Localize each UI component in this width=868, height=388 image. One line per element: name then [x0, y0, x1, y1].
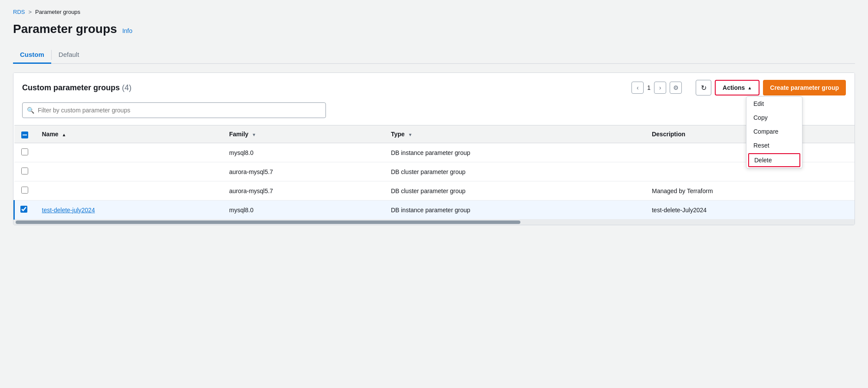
table-row: test-delete-july2024 mysql8.0 DB instanc…	[14, 201, 855, 220]
content-panel: Custom parameter groups (4) ‹ 1 › ⚙ ↻	[13, 72, 855, 225]
page-container: RDS > Parameter groups Parameter groups …	[0, 0, 868, 234]
row2-type: DB cluster parameter group	[384, 162, 645, 181]
th-family: Family ▼	[222, 125, 384, 143]
row4-description: test-delete-July2024	[645, 201, 855, 220]
panel-title-count: (4)	[122, 83, 132, 92]
breadcrumb-current: Parameter groups	[35, 9, 80, 15]
refresh-button[interactable]: ↻	[696, 80, 711, 95]
table-row: aurora-mysql5.7 DB cluster parameter gro…	[14, 181, 855, 201]
row2-checkbox[interactable]	[21, 168, 28, 174]
table-settings-button[interactable]: ⚙	[670, 82, 682, 94]
row1-name	[35, 143, 223, 162]
search-input[interactable]	[38, 107, 321, 114]
page-number: 1	[647, 84, 651, 91]
actions-arrow-icon: ▲	[747, 85, 752, 90]
name-sort-icon: ▲	[62, 132, 66, 137]
row3-family: aurora-mysql5.7	[222, 181, 384, 201]
dropdown-item-reset[interactable]: Reset	[746, 138, 802, 152]
row3-name	[35, 181, 223, 201]
row3-type: DB cluster parameter group	[384, 181, 645, 201]
panel-title: Custom parameter groups (4)	[22, 83, 132, 92]
row4-checkbox-cell	[14, 201, 35, 220]
search-bar: 🔍	[13, 102, 855, 125]
dropdown-item-delete[interactable]: Delete	[748, 153, 800, 167]
panel-header: Custom parameter groups (4) ‹ 1 › ⚙ ↻	[13, 73, 855, 102]
table-row: aurora-mysql5.7 DB cluster parameter gro…	[14, 162, 855, 181]
page-title: Parameter groups	[13, 22, 117, 36]
row4-name-link[interactable]: test-delete-july2024	[42, 207, 95, 214]
table-row: mysql8.0 DB instance parameter group	[14, 143, 855, 162]
row2-name	[35, 162, 223, 181]
panel-title-text: Custom parameter groups	[22, 83, 120, 92]
dropdown-item-copy[interactable]: Copy	[746, 111, 802, 125]
scrollbar-thumb	[16, 220, 520, 224]
row1-checkbox-cell	[14, 143, 35, 162]
prev-page-button[interactable]: ‹	[631, 82, 644, 94]
select-all-checkbox[interactable]	[21, 132, 28, 138]
row4-name: test-delete-july2024	[35, 201, 223, 220]
row3-description: Managed by Terraform	[645, 181, 855, 201]
dropdown-item-compare[interactable]: Compare	[746, 125, 802, 138]
actions-dropdown-menu: Edit Copy Compare Reset Delete	[746, 96, 802, 168]
row3-checkbox[interactable]	[21, 187, 28, 194]
row1-checkbox[interactable]	[21, 148, 28, 155]
row2-family: aurora-mysql5.7	[222, 162, 384, 181]
search-input-wrapper: 🔍	[22, 102, 326, 118]
th-name: Name ▲	[35, 125, 223, 143]
row1-type: DB instance parameter group	[384, 143, 645, 162]
next-page-button[interactable]: ›	[654, 82, 666, 94]
row3-checkbox-cell	[14, 181, 35, 201]
header-actions: ↻ Actions ▲ Edit Copy Compare Reset Dele…	[696, 80, 846, 95]
table-header-row: Name ▲ Family ▼ Type ▼ Description	[14, 125, 855, 143]
type-sort-icon: ▼	[408, 132, 412, 137]
actions-label: Actions	[723, 84, 745, 91]
panel-header-right: ‹ 1 › ⚙ ↻ Actions ▲ Edit	[623, 80, 846, 95]
info-link[interactable]: Info	[122, 27, 132, 34]
row4-checkbox[interactable]	[20, 206, 27, 213]
row1-family: mysql8.0	[222, 143, 384, 162]
pagination-area: ‹ 1 › ⚙	[623, 82, 690, 94]
breadcrumb-separator: >	[28, 9, 32, 15]
indeterminate-line	[23, 135, 27, 135]
search-icon: 🔍	[27, 107, 34, 114]
panel-title-area: Custom parameter groups (4)	[22, 83, 132, 92]
page-header: Parameter groups Info	[13, 22, 855, 36]
table-container: Name ▲ Family ▼ Type ▼ Description	[13, 125, 855, 220]
row2-checkbox-cell	[14, 162, 35, 181]
row4-type: DB instance parameter group	[384, 201, 645, 220]
breadcrumb: RDS > Parameter groups	[13, 9, 855, 15]
family-sort-icon: ▼	[252, 132, 256, 137]
tabs-container: Custom Default	[13, 46, 855, 64]
tab-custom[interactable]: Custom	[13, 46, 51, 64]
th-checkbox	[14, 125, 35, 143]
tab-default[interactable]: Default	[52, 46, 86, 64]
actions-button[interactable]: Actions ▲	[715, 80, 760, 95]
row4-family: mysql8.0	[222, 201, 384, 220]
th-type: Type ▼	[384, 125, 645, 143]
create-parameter-group-button[interactable]: Create parameter group	[763, 80, 846, 95]
parameter-groups-table: Name ▲ Family ▼ Type ▼ Description	[13, 125, 855, 220]
dropdown-item-edit[interactable]: Edit	[746, 97, 802, 111]
breadcrumb-rds-link[interactable]: RDS	[13, 9, 25, 15]
horizontal-scrollbar[interactable]	[13, 220, 855, 225]
